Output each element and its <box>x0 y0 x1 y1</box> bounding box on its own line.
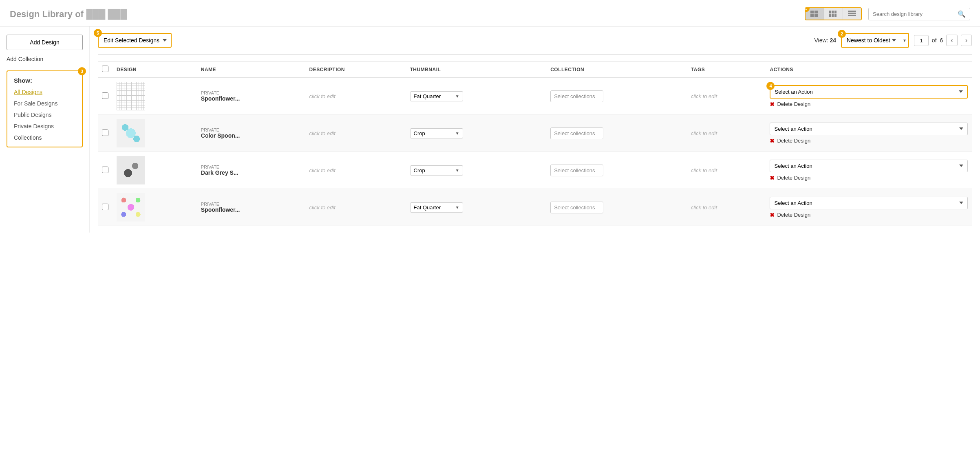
row-3-design-thumb <box>113 152 197 189</box>
row-4-name-cell: PRIVATE Spoonflower... <box>197 189 305 226</box>
svg-rect-12 <box>848 15 856 16</box>
row-2-tags-edit[interactable]: click to edit <box>691 130 717 136</box>
row-2-action-select[interactable]: Select an ActionEdit DesignPublishDelete <box>770 123 968 135</box>
col-header-checkbox <box>98 61 113 78</box>
row-2-description-cell: click to edit <box>305 115 406 152</box>
sidebar-item-public[interactable]: Public Designs <box>14 112 75 118</box>
row-4-action-select[interactable]: Select an ActionEdit DesignPublishDelete <box>770 197 968 209</box>
next-page-button[interactable]: › <box>961 35 972 46</box>
sidebar-item-all-designs[interactable]: All Designs <box>14 89 75 95</box>
designs-table: DESIGN NAME DESCRIPTION THUMBNAIL COLLEC… <box>98 61 972 226</box>
row-1-delete-label: Delete Design <box>777 101 810 107</box>
row-2-name: Color Spoon... <box>201 132 240 139</box>
design-thumbnail-image <box>117 119 145 147</box>
table-row: PRIVATE Spoonflower... click to edit Fat… <box>98 78 972 115</box>
delete-x-icon: ✖ <box>770 175 775 181</box>
view-list-button[interactable] <box>843 8 861 20</box>
add-collection-link[interactable]: Add Collection <box>7 56 83 62</box>
row-3-name: Dark Grey S... <box>201 169 238 176</box>
sort-select[interactable]: Newest to Oldest Oldest to Newest A to Z… <box>843 35 898 46</box>
delete-x-icon: ✖ <box>770 212 775 218</box>
row-1-tags-edit[interactable]: click to edit <box>691 93 717 99</box>
row-1-collection-cell: Select collections <box>546 78 687 115</box>
row-1-collection-select[interactable]: Select collections <box>550 90 603 102</box>
row-3-thumbnail-select[interactable]: CropFat QuarterFull Width <box>414 167 455 173</box>
sidebar-item-for-sale[interactable]: For Sale Designs <box>14 100 75 107</box>
row-2-collection-select[interactable]: Select collections <box>550 127 603 139</box>
row-checkbox-cell <box>98 115 113 152</box>
page-number-input[interactable] <box>914 35 929 46</box>
row-2-delete-label: Delete Design <box>777 138 810 144</box>
row-4-description-edit[interactable]: click to edit <box>309 204 335 211</box>
row-3-tags-edit[interactable]: click to edit <box>691 167 717 173</box>
sidebar-item-collections[interactable]: Collections <box>14 134 75 141</box>
row-1-delete-design[interactable]: ✖ Delete Design <box>770 101 968 108</box>
edit-designs-select[interactable]: Edit Selected Designs <box>98 33 172 48</box>
row-3-description-edit[interactable]: click to edit <box>309 167 335 173</box>
thumbnail-select-arrow-icon: ▼ <box>455 131 459 136</box>
row-4-name: Spoonflower... <box>201 206 240 213</box>
page-title: Design Library of ███ ███ <box>10 8 127 20</box>
row-3-action-select[interactable]: Select an ActionEdit DesignPublishDelete <box>770 160 968 172</box>
row-checkbox-cell <box>98 78 113 115</box>
search-icon: 🔍 <box>958 10 966 18</box>
svg-rect-8 <box>832 14 834 17</box>
row-2-thumbnail-cell: CropFat QuarterFull Width ▼ <box>406 115 547 152</box>
search-input[interactable] <box>873 11 958 17</box>
sort-arrow-icon: ▼ <box>903 38 907 43</box>
row-1-thumbnail-select[interactable]: Fat QuarterCropFull Width <box>414 93 455 99</box>
row-4-status: PRIVATE <box>201 202 301 206</box>
svg-rect-1 <box>814 11 818 13</box>
row-3-thumbnail-cell: CropFat QuarterFull Width ▼ <box>406 152 547 189</box>
row-3-delete-design[interactable]: ✖ Delete Design <box>770 175 968 181</box>
thumbnail-select-arrow-icon: ▼ <box>455 94 459 99</box>
row-4-delete-design[interactable]: ✖ Delete Design <box>770 212 968 218</box>
view-grid-medium-button[interactable] <box>824 8 843 20</box>
row-2-checkbox[interactable] <box>102 130 108 136</box>
table-row: PRIVATE Color Spoon... click to edit Cro… <box>98 115 972 152</box>
row-1-description-cell: click to edit <box>305 78 406 115</box>
show-panel: 3 Show: All Designs For Sale Designs Pub… <box>7 70 83 147</box>
row-4-delete-label: Delete Design <box>777 212 810 218</box>
row-3-delete-label: Delete Design <box>777 175 810 181</box>
toolbar-right: View: 24 2 Newest to Oldest Oldest to Ne… <box>814 33 972 48</box>
row-2-delete-design[interactable]: ✖ Delete Design <box>770 138 968 144</box>
row-3-checkbox[interactable] <box>102 167 108 173</box>
search-box: 🔍 <box>868 8 970 20</box>
row-4-collection-cell: Select collections <box>546 189 687 226</box>
show-links: All Designs For Sale Designs Public Desi… <box>14 89 75 141</box>
col-header-tags: TAGS <box>687 61 766 78</box>
row-1-thumbnail-cell: Fat QuarterCropFull Width ▼ <box>406 78 547 115</box>
thumbnail-select-arrow-icon: ▼ <box>455 168 459 173</box>
row-3-collection-select[interactable]: Select collections <box>550 165 603 176</box>
row-4-thumbnail-select[interactable]: Fat QuarterCropFull Width <box>414 204 455 211</box>
row-2-thumbnail-select[interactable]: CropFat QuarterFull Width <box>414 130 455 136</box>
sidebar-item-private[interactable]: Private Designs <box>14 123 75 130</box>
sort-select-wrap: 2 Newest to Oldest Oldest to Newest A to… <box>841 33 909 48</box>
col-header-design: DESIGN <box>113 61 197 78</box>
select-all-checkbox[interactable] <box>102 66 108 72</box>
show-label: Show: <box>14 77 75 84</box>
row-1-action-select[interactable]: Select an ActionEdit DesignPublishDelete <box>770 86 967 98</box>
add-design-button[interactable]: Add Design <box>7 35 83 50</box>
action-badge: 4 <box>766 82 775 90</box>
row-1-checkbox[interactable] <box>102 92 108 99</box>
row-2-name-cell: PRIVATE Color Spoon... <box>197 115 305 152</box>
row-checkbox-cell <box>98 189 113 226</box>
prev-page-button[interactable]: ‹ <box>946 35 957 46</box>
show-badge: 3 <box>78 67 86 75</box>
row-4-thumbnail-cell: Fat QuarterCropFull Width ▼ <box>406 189 547 226</box>
row-3-actions-cell: Select an ActionEdit DesignPublishDelete… <box>766 152 972 189</box>
row-1-description-edit[interactable]: click to edit <box>309 93 335 99</box>
row-4-tags-edit[interactable]: click to edit <box>691 204 717 211</box>
delete-x-icon: ✖ <box>770 101 775 108</box>
svg-rect-5 <box>832 11 834 13</box>
pagination: of 6 ‹ › <box>914 35 972 46</box>
row-4-collection-select[interactable]: Select collections <box>550 202 603 213</box>
row-2-description-edit[interactable]: click to edit <box>309 130 335 136</box>
svg-rect-9 <box>834 14 837 17</box>
row-4-checkbox[interactable] <box>102 204 108 210</box>
row-4-design-thumb <box>113 189 197 226</box>
row-1-name-cell: PRIVATE Spoonflower... <box>197 78 305 115</box>
content-area: 5 Edit Selected Designs View: 24 2 Newes… <box>90 26 980 233</box>
